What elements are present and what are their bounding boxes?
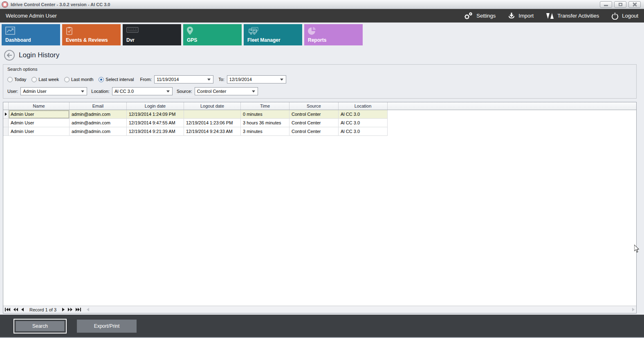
grid-cell-email[interactable]: admin@admin.com	[70, 119, 127, 127]
minimize-button[interactable]	[600, 1, 612, 8]
to-date-dropdown[interactable]: 12/19/2014	[227, 75, 286, 83]
settings-button[interactable]: Settings	[463, 12, 496, 20]
column-header-email[interactable]: Email	[70, 102, 127, 110]
mouse-cursor	[634, 245, 640, 255]
grid-cell-email[interactable]: admin@admin.com	[70, 127, 127, 136]
column-header-name[interactable]: Name	[9, 102, 70, 110]
row-indicator-cell	[3, 127, 9, 136]
top-navbar: Welcome Admin User Settings I	[0, 9, 644, 23]
row-indicator-cell	[3, 110, 9, 119]
column-header-location[interactable]: Location	[339, 102, 388, 110]
radio-label: Select interval	[105, 77, 134, 82]
transfer-icon	[546, 12, 554, 20]
radio-label: Last month	[71, 77, 93, 82]
nav-last-button[interactable]	[76, 308, 81, 311]
radio-last-month[interactable]: Last month	[64, 77, 93, 82]
tile-events-reviews-label: Events & Reviews	[66, 37, 108, 43]
radio-icon	[7, 77, 13, 82]
map-pin-icon	[187, 27, 193, 36]
hscroll-right-button[interactable]	[632, 308, 635, 311]
dvr-device-icon	[126, 27, 139, 35]
to-label: To:	[218, 77, 224, 82]
grid-cell-time[interactable]: 0 minutes	[241, 110, 289, 119]
tile-events-reviews[interactable]: Events & Reviews	[62, 24, 121, 45]
tile-dvr[interactable]: Dvr	[123, 24, 181, 45]
maximize-button[interactable]	[614, 1, 626, 8]
nav-next-button[interactable]	[62, 308, 65, 311]
tile-fleet-manager-label: Fleet Manager	[247, 37, 280, 43]
maximize-icon	[619, 3, 622, 6]
to-date-value: 12/19/2014	[229, 77, 252, 82]
import-label: Import	[518, 13, 534, 19]
chevron-down-icon	[166, 90, 170, 92]
grid-cell-login-date[interactable]: 12/19/2014 9:21:39 AM	[127, 127, 184, 136]
radio-icon	[64, 77, 70, 82]
grid-cell-location[interactable]: Al CC 3.0	[339, 119, 388, 127]
import-button[interactable]: Import	[508, 12, 534, 20]
grid-cell-logout-date[interactable]	[184, 110, 241, 119]
app-logo-icon	[2, 2, 8, 7]
nav-first-button[interactable]	[5, 308, 10, 311]
transfer-activities-button[interactable]: Transfer Activities	[546, 12, 599, 20]
grid-cell-location[interactable]: Al CC 3.0	[339, 110, 388, 119]
radio-today[interactable]: Today	[7, 77, 26, 82]
power-icon	[611, 12, 619, 20]
hscroll-left-button[interactable]	[87, 308, 89, 311]
grid-cell-email[interactable]: admin@admin.com	[70, 110, 127, 119]
grid-cell-login-date[interactable]: 12/19/2014 1:24:09 PM	[127, 110, 184, 119]
minimize-icon	[604, 5, 608, 6]
radio-icon	[31, 77, 37, 82]
search-options-panel: Search options TodayLast weekLast monthS…	[3, 64, 637, 99]
grid-cell-source[interactable]: Control Center	[289, 127, 339, 136]
radio-select-interval[interactable]: Select interval	[99, 77, 134, 82]
grid-cell-name[interactable]: Admin User	[9, 119, 70, 127]
table-row[interactable]: Admin Useradmin@admin.com12/19/2014 9:21…	[3, 127, 636, 136]
grid-cell-time[interactable]: 3 minutes	[241, 127, 289, 136]
source-dropdown[interactable]: Control Center	[195, 87, 258, 95]
nav-rewind-button[interactable]	[13, 308, 18, 311]
nav-prev-button[interactable]	[21, 308, 24, 311]
pie-chart-icon	[308, 27, 316, 36]
export-print-button[interactable]: Export/Print	[77, 320, 137, 333]
settings-label: Settings	[476, 13, 496, 19]
action-bar: Search Export/Print	[0, 315, 644, 337]
radio-icon	[99, 77, 104, 82]
tile-reports[interactable]: Reports	[304, 24, 363, 45]
title-bar: Idrive Control Center - 3.0.2 version - …	[0, 0, 644, 9]
grid-cell-source[interactable]: Control Center	[289, 119, 339, 127]
grid-cell-name[interactable]: Admin User	[9, 127, 70, 136]
page-header: Login History	[0, 45, 644, 64]
logout-button[interactable]: Logout	[611, 12, 638, 20]
search-options-label: Search options	[7, 67, 632, 72]
column-header-source[interactable]: Source	[289, 102, 339, 110]
search-button[interactable]: Search	[16, 321, 65, 331]
grid-cell-location[interactable]: Al CC 3.0	[339, 127, 388, 136]
location-dropdown[interactable]: Al CC 3.0	[112, 87, 173, 95]
from-date-dropdown[interactable]: 11/19/2014	[154, 75, 213, 83]
grid-cell-login-date[interactable]: 12/19/2014 9:47:55 AM	[127, 119, 184, 127]
column-header-time[interactable]: Time	[241, 102, 289, 110]
table-row[interactable]: Admin Useradmin@admin.com12/19/2014 1:24…	[3, 110, 636, 119]
grid-cell-logout-date[interactable]: 12/19/2014 1:23:06 PM	[184, 119, 241, 127]
tile-gps[interactable]: GPS	[183, 24, 242, 45]
tile-fleet-manager[interactable]: Fleet Manager	[244, 24, 302, 45]
grid-header-row: NameEmailLogin dateLogout dateTimeSource…	[3, 102, 636, 110]
grid-empty-area	[3, 136, 636, 306]
window-title: Idrive Control Center - 3.0.2 version - …	[11, 2, 110, 7]
table-row[interactable]: Admin Useradmin@admin.com12/19/2014 9:47…	[3, 119, 636, 127]
trucks-icon	[247, 27, 260, 36]
user-dropdown[interactable]: Admin User	[20, 87, 87, 95]
close-button[interactable]	[628, 1, 641, 8]
back-button[interactable]	[4, 50, 15, 61]
grid-cell-time[interactable]: 3 hours 36 minutes	[241, 119, 289, 127]
tile-dashboard[interactable]: Dashboard	[2, 24, 60, 45]
grid-body: Admin Useradmin@admin.com12/19/2014 1:24…	[3, 110, 636, 136]
grid-cell-name[interactable]: Admin User	[9, 110, 70, 119]
radio-last-week[interactable]: Last week	[31, 77, 59, 82]
column-header-login-date[interactable]: Login date	[127, 102, 184, 110]
grid-cell-source[interactable]: Control Center	[289, 110, 339, 119]
grid-cell-logout-date[interactable]: 12/19/2014 9:24:33 AM	[184, 127, 241, 136]
column-header-logout-date[interactable]: Logout date	[184, 102, 241, 110]
nav-forward-button[interactable]	[68, 308, 72, 311]
gears-icon	[463, 12, 473, 20]
